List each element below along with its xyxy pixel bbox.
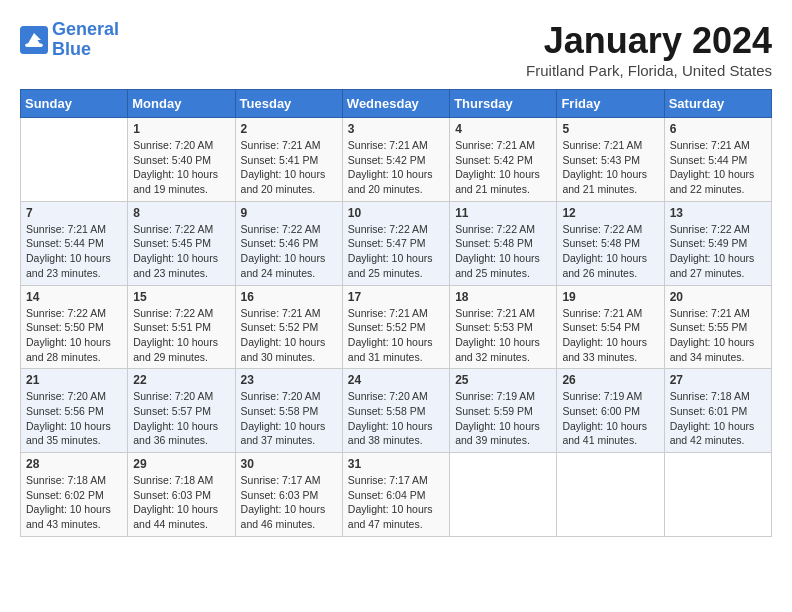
- calendar-cell: 16Sunrise: 7:21 AMSunset: 5:52 PMDayligh…: [235, 285, 342, 369]
- day-info: Sunrise: 7:21 AMSunset: 5:43 PMDaylight:…: [562, 138, 658, 197]
- day-info: Sunrise: 7:19 AMSunset: 5:59 PMDaylight:…: [455, 389, 551, 448]
- day-info: Sunrise: 7:22 AMSunset: 5:47 PMDaylight:…: [348, 222, 444, 281]
- day-number: 20: [670, 290, 766, 304]
- calendar-cell: 4Sunrise: 7:21 AMSunset: 5:42 PMDaylight…: [450, 118, 557, 202]
- day-info: Sunrise: 7:18 AMSunset: 6:03 PMDaylight:…: [133, 473, 229, 532]
- calendar-cell: 30Sunrise: 7:17 AMSunset: 6:03 PMDayligh…: [235, 453, 342, 537]
- calendar-cell: 12Sunrise: 7:22 AMSunset: 5:48 PMDayligh…: [557, 201, 664, 285]
- calendar-cell: 3Sunrise: 7:21 AMSunset: 5:42 PMDaylight…: [342, 118, 449, 202]
- page-header: General Blue January 2024 Fruitland Park…: [20, 20, 772, 79]
- header-row: SundayMondayTuesdayWednesdayThursdayFrid…: [21, 90, 772, 118]
- day-number: 30: [241, 457, 337, 471]
- day-info: Sunrise: 7:21 AMSunset: 5:52 PMDaylight:…: [348, 306, 444, 365]
- calendar-cell: 2Sunrise: 7:21 AMSunset: 5:41 PMDaylight…: [235, 118, 342, 202]
- header-cell-wednesday: Wednesday: [342, 90, 449, 118]
- day-info: Sunrise: 7:21 AMSunset: 5:52 PMDaylight:…: [241, 306, 337, 365]
- day-number: 25: [455, 373, 551, 387]
- header-cell-thursday: Thursday: [450, 90, 557, 118]
- day-number: 19: [562, 290, 658, 304]
- day-number: 22: [133, 373, 229, 387]
- day-info: Sunrise: 7:18 AMSunset: 6:01 PMDaylight:…: [670, 389, 766, 448]
- day-info: Sunrise: 7:22 AMSunset: 5:50 PMDaylight:…: [26, 306, 122, 365]
- logo-line1: General: [52, 19, 119, 39]
- week-row-2: 7Sunrise: 7:21 AMSunset: 5:44 PMDaylight…: [21, 201, 772, 285]
- calendar-cell: 19Sunrise: 7:21 AMSunset: 5:54 PMDayligh…: [557, 285, 664, 369]
- day-number: 12: [562, 206, 658, 220]
- day-number: 29: [133, 457, 229, 471]
- day-info: Sunrise: 7:17 AMSunset: 6:04 PMDaylight:…: [348, 473, 444, 532]
- day-info: Sunrise: 7:22 AMSunset: 5:48 PMDaylight:…: [562, 222, 658, 281]
- day-info: Sunrise: 7:21 AMSunset: 5:42 PMDaylight:…: [348, 138, 444, 197]
- calendar-cell: 31Sunrise: 7:17 AMSunset: 6:04 PMDayligh…: [342, 453, 449, 537]
- day-info: Sunrise: 7:17 AMSunset: 6:03 PMDaylight:…: [241, 473, 337, 532]
- day-info: Sunrise: 7:20 AMSunset: 5:58 PMDaylight:…: [241, 389, 337, 448]
- header-cell-monday: Monday: [128, 90, 235, 118]
- calendar-cell: 29Sunrise: 7:18 AMSunset: 6:03 PMDayligh…: [128, 453, 235, 537]
- day-info: Sunrise: 7:22 AMSunset: 5:49 PMDaylight:…: [670, 222, 766, 281]
- calendar-cell: 11Sunrise: 7:22 AMSunset: 5:48 PMDayligh…: [450, 201, 557, 285]
- day-number: 16: [241, 290, 337, 304]
- day-number: 3: [348, 122, 444, 136]
- day-info: Sunrise: 7:22 AMSunset: 5:45 PMDaylight:…: [133, 222, 229, 281]
- logo-line2: Blue: [52, 39, 91, 59]
- week-row-3: 14Sunrise: 7:22 AMSunset: 5:50 PMDayligh…: [21, 285, 772, 369]
- day-info: Sunrise: 7:21 AMSunset: 5:44 PMDaylight:…: [670, 138, 766, 197]
- calendar-cell: 10Sunrise: 7:22 AMSunset: 5:47 PMDayligh…: [342, 201, 449, 285]
- day-info: Sunrise: 7:21 AMSunset: 5:44 PMDaylight:…: [26, 222, 122, 281]
- calendar-cell: 28Sunrise: 7:18 AMSunset: 6:02 PMDayligh…: [21, 453, 128, 537]
- calendar-cell: 15Sunrise: 7:22 AMSunset: 5:51 PMDayligh…: [128, 285, 235, 369]
- day-info: Sunrise: 7:21 AMSunset: 5:55 PMDaylight:…: [670, 306, 766, 365]
- calendar-body: 1Sunrise: 7:20 AMSunset: 5:40 PMDaylight…: [21, 118, 772, 537]
- day-info: Sunrise: 7:22 AMSunset: 5:48 PMDaylight:…: [455, 222, 551, 281]
- week-row-4: 21Sunrise: 7:20 AMSunset: 5:56 PMDayligh…: [21, 369, 772, 453]
- calendar-cell: 1Sunrise: 7:20 AMSunset: 5:40 PMDaylight…: [128, 118, 235, 202]
- day-number: 4: [455, 122, 551, 136]
- calendar-cell: 14Sunrise: 7:22 AMSunset: 5:50 PMDayligh…: [21, 285, 128, 369]
- calendar-cell: 8Sunrise: 7:22 AMSunset: 5:45 PMDaylight…: [128, 201, 235, 285]
- day-info: Sunrise: 7:20 AMSunset: 5:58 PMDaylight:…: [348, 389, 444, 448]
- calendar-cell: 20Sunrise: 7:21 AMSunset: 5:55 PMDayligh…: [664, 285, 771, 369]
- calendar-cell: [557, 453, 664, 537]
- day-info: Sunrise: 7:21 AMSunset: 5:53 PMDaylight:…: [455, 306, 551, 365]
- day-number: 28: [26, 457, 122, 471]
- day-number: 15: [133, 290, 229, 304]
- day-number: 18: [455, 290, 551, 304]
- calendar-cell: 26Sunrise: 7:19 AMSunset: 6:00 PMDayligh…: [557, 369, 664, 453]
- day-number: 14: [26, 290, 122, 304]
- header-cell-sunday: Sunday: [21, 90, 128, 118]
- calendar-cell: [664, 453, 771, 537]
- day-number: 13: [670, 206, 766, 220]
- calendar-cell: 13Sunrise: 7:22 AMSunset: 5:49 PMDayligh…: [664, 201, 771, 285]
- day-info: Sunrise: 7:19 AMSunset: 6:00 PMDaylight:…: [562, 389, 658, 448]
- day-number: 26: [562, 373, 658, 387]
- day-info: Sunrise: 7:21 AMSunset: 5:42 PMDaylight:…: [455, 138, 551, 197]
- calendar-cell: 25Sunrise: 7:19 AMSunset: 5:59 PMDayligh…: [450, 369, 557, 453]
- calendar-cell: 6Sunrise: 7:21 AMSunset: 5:44 PMDaylight…: [664, 118, 771, 202]
- calendar-table: SundayMondayTuesdayWednesdayThursdayFrid…: [20, 89, 772, 537]
- day-number: 24: [348, 373, 444, 387]
- calendar-cell: 27Sunrise: 7:18 AMSunset: 6:01 PMDayligh…: [664, 369, 771, 453]
- day-info: Sunrise: 7:20 AMSunset: 5:57 PMDaylight:…: [133, 389, 229, 448]
- day-number: 11: [455, 206, 551, 220]
- calendar-subtitle: Fruitland Park, Florida, United States: [526, 62, 772, 79]
- day-number: 1: [133, 122, 229, 136]
- day-number: 31: [348, 457, 444, 471]
- calendar-cell: [450, 453, 557, 537]
- day-number: 8: [133, 206, 229, 220]
- day-info: Sunrise: 7:18 AMSunset: 6:02 PMDaylight:…: [26, 473, 122, 532]
- day-info: Sunrise: 7:21 AMSunset: 5:41 PMDaylight:…: [241, 138, 337, 197]
- day-number: 21: [26, 373, 122, 387]
- header-cell-saturday: Saturday: [664, 90, 771, 118]
- svg-rect-2: [25, 43, 43, 47]
- calendar-cell: 22Sunrise: 7:20 AMSunset: 5:57 PMDayligh…: [128, 369, 235, 453]
- logo-icon: [20, 26, 48, 54]
- header-cell-friday: Friday: [557, 90, 664, 118]
- calendar-cell: 18Sunrise: 7:21 AMSunset: 5:53 PMDayligh…: [450, 285, 557, 369]
- logo-text: General Blue: [52, 20, 119, 60]
- calendar-cell: 17Sunrise: 7:21 AMSunset: 5:52 PMDayligh…: [342, 285, 449, 369]
- day-info: Sunrise: 7:20 AMSunset: 5:40 PMDaylight:…: [133, 138, 229, 197]
- calendar-cell: 24Sunrise: 7:20 AMSunset: 5:58 PMDayligh…: [342, 369, 449, 453]
- day-number: 27: [670, 373, 766, 387]
- calendar-cell: 21Sunrise: 7:20 AMSunset: 5:56 PMDayligh…: [21, 369, 128, 453]
- calendar-header: SundayMondayTuesdayWednesdayThursdayFrid…: [21, 90, 772, 118]
